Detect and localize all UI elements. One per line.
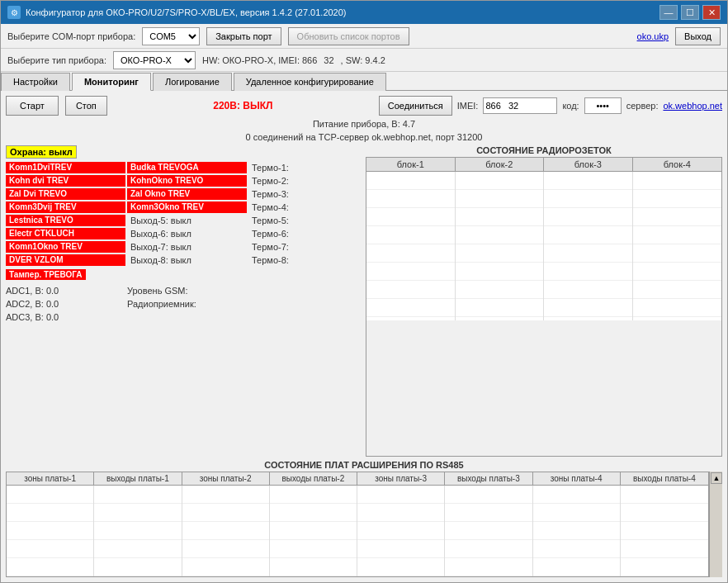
toolbar-com: Выберите COM-порт прибора: COM5 Закрыть … <box>1 24 727 49</box>
exit-button[interactable]: Выход <box>675 27 721 45</box>
radio-cell <box>366 190 455 208</box>
rs485-cell <box>270 522 357 540</box>
zone-badge-1-1: Komn1DviTREV <box>6 162 125 173</box>
adc-gsm-grid: ADC1, В: 0.0 Уровень GSM: ADC2, В: 0.0 Р… <box>6 284 361 322</box>
radio-col-4 <box>633 172 722 320</box>
rs485-cell <box>533 522 620 540</box>
rs485-h7: зоны платы-4 <box>533 472 621 485</box>
radio-cell <box>633 226 722 244</box>
rs485-title: СОСТОЯНИЕ ПЛАТ РАСШИРЕНИЯ ПО RS485 <box>6 460 722 470</box>
tab-udalennoe[interactable]: Удаленное конфигурирование <box>234 73 386 91</box>
power-status: 220В: ВЫКЛ <box>114 100 372 111</box>
website-link[interactable]: oko.ukp <box>637 31 669 41</box>
rs485-cell <box>533 540 620 558</box>
rs485-col-7 <box>533 486 621 576</box>
code-input[interactable] <box>584 97 622 114</box>
code-label: код: <box>562 101 579 111</box>
update-ports-button[interactable]: Обновить список портов <box>288 27 409 45</box>
rs485-cell <box>621 540 708 558</box>
rs485-cell <box>182 486 269 504</box>
radio-table-body <box>366 172 721 320</box>
radio-cell <box>633 190 722 208</box>
zone-text-5-3: Термо-5: <box>248 215 361 226</box>
zone-badge-4-2: Komn3Okno TREV <box>127 201 247 213</box>
rs485-cell <box>270 486 357 504</box>
window-title: Конфигуратор для ОКО-PRO/U2/7S/PRO-X/BL/… <box>26 7 347 17</box>
tamper-badge: Тампер. ТРЕВОГА <box>6 269 86 280</box>
radio-cell <box>456 244 544 263</box>
radio-col-1 <box>366 172 456 320</box>
scrollbar[interactable]: ▲ <box>709 472 722 577</box>
tab-nastrojki[interactable]: Настройки <box>1 73 70 91</box>
rs485-h5: зоны платы-3 <box>357 472 445 485</box>
app-icon: ⚙ <box>7 6 21 19</box>
rs485-col-5 <box>357 486 445 576</box>
adc2-label: ADC2, В: 0.0 <box>6 299 125 309</box>
connect-button[interactable]: Соединиться <box>379 96 452 116</box>
rs485-h4: выходы платы-2 <box>270 472 357 485</box>
rs485-cell <box>7 540 93 558</box>
rs485-cell <box>94 486 181 504</box>
rs485-cell <box>357 522 444 540</box>
rs485-cell <box>7 486 93 504</box>
radio-cell <box>544 281 632 299</box>
tab-bar: Настройки Мониторинг Логирование Удаленн… <box>1 72 727 91</box>
rs485-cell <box>270 540 357 558</box>
hw-info: HW: ОКО-PRO-X, IMEI: 866 <box>202 55 317 65</box>
rs485-cell <box>94 540 181 558</box>
server-label: сервер: <box>626 101 659 111</box>
server-link[interactable]: ok.webhop.net <box>663 101 722 111</box>
rs485-cell <box>94 558 181 576</box>
close-button[interactable]: ✕ <box>702 5 721 20</box>
rs485-cell <box>357 504 444 522</box>
com-port-dropdown[interactable]: COM5 <box>142 27 200 45</box>
radio-header-1: блок-1 <box>366 158 456 171</box>
adc3-label: ADC3, В: 0.0 <box>6 312 125 322</box>
radio-table-header: блок-1 блок-2 блок-3 блок-4 <box>366 158 721 172</box>
device-type-dropdown[interactable]: ОКО-PRO-X <box>113 51 196 69</box>
top-controls-row: Старт Стоп 220В: ВЫКЛ Соединиться IMEI: … <box>6 96 722 116</box>
rs485-cell <box>7 522 93 540</box>
rs485-cell <box>182 558 269 576</box>
imei-suffix: 32 <box>324 55 333 65</box>
maximize-button[interactable]: ☐ <box>681 5 699 20</box>
rs485-cell <box>445 558 532 576</box>
tamper-row: Тампер. ТРЕВОГА <box>6 269 361 279</box>
rs485-cell <box>357 558 444 576</box>
rs485-h6: выходы платы-3 <box>445 472 532 485</box>
radio-col-2 <box>456 172 545 320</box>
security-status-badge: Охрана: выкл <box>6 145 77 159</box>
close-port-button[interactable]: Закрыть порт <box>206 27 281 45</box>
zone-text-8-2: Выход-8: выкл <box>127 254 247 266</box>
title-bar-left: ⚙ Конфигуратор для ОКО-PRO/U2/7S/PRO-X/B… <box>7 6 347 19</box>
zone-text-5-2: Выход-5: выкл <box>127 215 247 226</box>
radio-cell <box>456 299 544 317</box>
zone-text-6-2: Выход-6: выкл <box>127 228 247 239</box>
radio-cell <box>366 208 455 226</box>
radio-cell <box>456 263 544 281</box>
rs485-header: зоны платы-1 выходы платы-1 зоны платы-2… <box>7 472 708 486</box>
radio-cell <box>366 172 455 190</box>
tab-logirovanie[interactable]: Логирование <box>153 73 232 91</box>
toolbar-device: Выберите тип прибора: ОКО-PRO-X HW: ОКО-… <box>1 49 727 72</box>
minimize-button[interactable]: — <box>659 5 678 20</box>
zone-text-4-3: Термо-4: <box>248 201 361 213</box>
zone-text-2-3: Термо-2: <box>248 175 361 187</box>
radio-cell <box>633 263 722 281</box>
tab-monitoring[interactable]: Мониторинг <box>72 73 151 91</box>
radio-cell <box>544 226 632 244</box>
start-button[interactable]: Старт <box>6 96 59 116</box>
radio-cell <box>633 299 722 317</box>
zone-badge-8-1: DVER VZLOM <box>6 254 125 266</box>
rs485-col-8 <box>621 486 708 576</box>
radio-cell <box>544 172 632 190</box>
radio-header-4: блок-4 <box>633 158 722 171</box>
scrollbar-up-arrow[interactable]: ▲ <box>711 472 722 484</box>
rs485-col-3 <box>182 486 270 576</box>
imei-input[interactable] <box>483 97 557 114</box>
radio-cell <box>544 263 632 281</box>
sw-info: , SW: 9.4.2 <box>341 55 385 65</box>
radio-table: блок-1 блок-2 блок-3 блок-4 <box>366 157 722 457</box>
rs485-h3: зоны платы-2 <box>182 472 270 485</box>
stop-button[interactable]: Стоп <box>65 96 107 116</box>
